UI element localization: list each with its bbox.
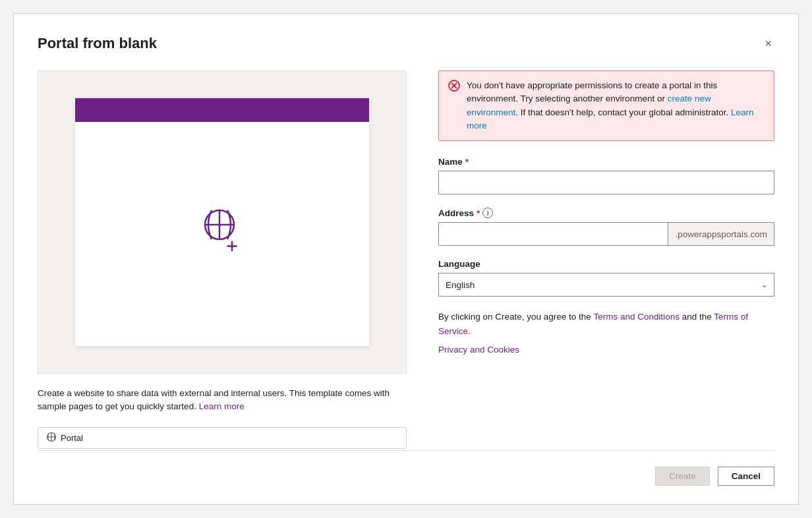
close-button[interactable]: × xyxy=(762,35,774,52)
globe-tag-icon xyxy=(46,432,57,444)
name-label: Name * xyxy=(438,157,774,167)
error-banner: You don't have appropriate permissions t… xyxy=(438,71,774,141)
preview-box xyxy=(38,71,407,374)
portal-dialog: Portal from blank × xyxy=(13,13,799,505)
dialog-title: Portal from blank xyxy=(38,35,157,52)
address-input-row: .powerappsportals.com xyxy=(438,222,774,246)
dialog-header: Portal from blank × xyxy=(38,35,774,52)
name-required-star: * xyxy=(465,157,469,167)
language-select[interactable]: English French German Spanish Japanese xyxy=(438,273,774,297)
address-input[interactable] xyxy=(438,222,668,246)
right-panel: You don't have appropriate permissions t… xyxy=(438,71,774,450)
learn-more-link[interactable]: Learn more xyxy=(199,401,245,411)
tag-badge: Portal xyxy=(38,427,407,449)
address-info-icon: i xyxy=(482,208,493,218)
tag-label: Portal xyxy=(61,433,83,443)
left-panel: Create a website to share data with exte… xyxy=(38,71,407,450)
dialog-body: Create a website to share data with exte… xyxy=(38,71,774,450)
description-text: Create a website to share data with exte… xyxy=(38,387,407,414)
name-field-group: Name * xyxy=(438,157,774,194)
language-label: Language xyxy=(438,259,774,269)
consent-text: By clicking on Create, you agree to the … xyxy=(438,310,774,338)
terms-conditions-link[interactable]: Terms and Conditions xyxy=(593,312,680,322)
cancel-button[interactable]: Cancel xyxy=(718,467,774,486)
address-suffix: .powerappsportals.com xyxy=(668,222,774,246)
create-button[interactable]: Create xyxy=(655,467,710,486)
preview-header-bar xyxy=(75,98,369,122)
language-select-wrapper: English French German Spanish Japanese ⌄ xyxy=(438,273,774,297)
privacy-cookies-link[interactable]: Privacy and Cookies xyxy=(438,345,774,355)
error-message: You don't have appropriate permissions t… xyxy=(467,79,765,132)
globe-plus-icon xyxy=(196,201,248,256)
address-field-group: Address * i .powerappsportals.com xyxy=(438,208,774,246)
address-required-star: * xyxy=(477,208,480,218)
error-icon xyxy=(448,80,460,92)
address-label: Address * i xyxy=(438,208,774,218)
language-field-group: Language English French German Spanish J… xyxy=(438,259,774,297)
preview-inner xyxy=(75,98,369,346)
name-input[interactable] xyxy=(438,171,774,194)
dialog-footer: Create Cancel xyxy=(38,450,774,486)
